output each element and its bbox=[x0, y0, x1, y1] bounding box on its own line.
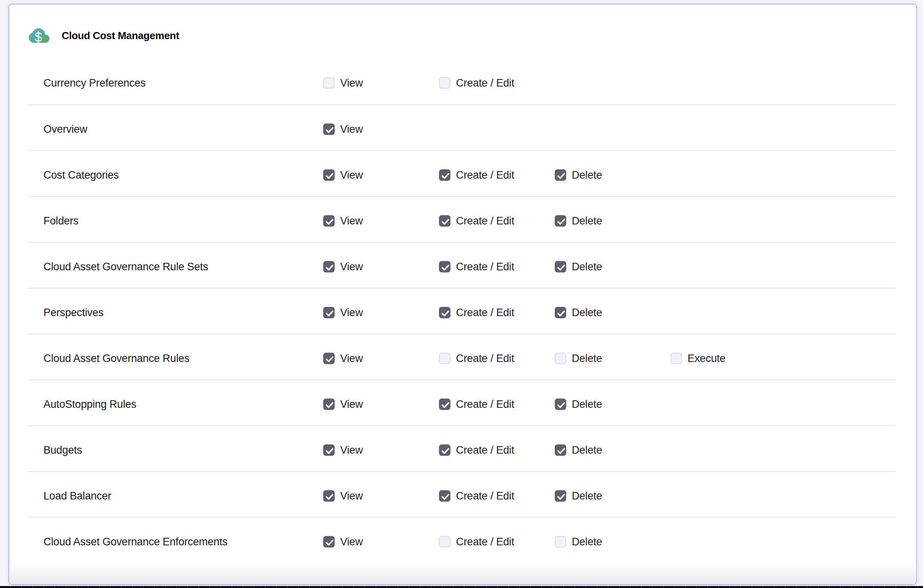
svg-text:$: $ bbox=[35, 29, 42, 44]
